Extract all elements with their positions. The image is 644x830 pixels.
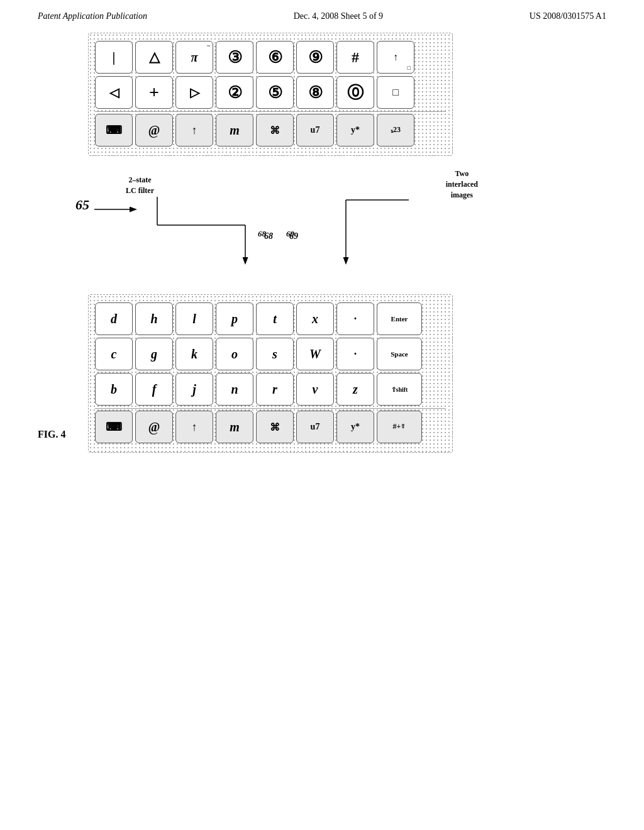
bottom-keyboard-bottom-row: ⌨ @ ↑ m ⌘ u7 y* #+⇧ — [95, 411, 446, 443]
top-keyboard-panel: | △ π ~ ③ ⑥ ⑨ # ↑ □ ◁ + ▷ ② ⑤ ⑧ ⓪ □ — [88, 33, 453, 156]
key-v[interactable]: v — [296, 373, 334, 406]
key-9-circle[interactable]: ⑨ — [296, 41, 334, 74]
key-yx-2[interactable]: y* — [336, 411, 374, 443]
key-t[interactable]: t — [256, 302, 294, 335]
key-plus[interactable]: + — [135, 76, 173, 109]
label-68: 68 — [264, 231, 273, 241]
annotation-area: 65 2–stateLC filter Twointerlacedimages … — [75, 162, 516, 294]
top-keyboard-row-1: | △ π ~ ③ ⑥ ⑨ # ↑ □ — [95, 41, 446, 74]
page-header: Patent Application Publication Dec. 4, 2… — [0, 0, 644, 26]
bottom-keyboard-row-2: c g k o s W · Space — [95, 338, 446, 370]
key-x[interactable]: x — [296, 302, 334, 335]
key-shift[interactable]: ⇧shift — [377, 373, 422, 406]
key-l[interactable]: l — [175, 302, 213, 335]
label-69: 69 — [289, 231, 298, 241]
key-r[interactable]: r — [256, 373, 294, 406]
key-triangle-right[interactable]: ▷ — [175, 76, 213, 109]
header-publication: Patent Application Publication — [38, 11, 147, 21]
key-o[interactable]: o — [216, 338, 253, 370]
key-arrow-up-1[interactable]: ↑ □ — [377, 41, 414, 74]
label-lc-filter: 2–stateLC filter — [126, 175, 154, 196]
key-g[interactable]: g — [135, 338, 173, 370]
keyboard-separator-bottom — [95, 408, 446, 409]
key-6-circle[interactable]: ⑥ — [256, 41, 294, 74]
key-yx-1[interactable]: y* — [336, 114, 374, 147]
key-enter[interactable]: Enter — [377, 302, 422, 335]
key-c[interactable]: c — [95, 338, 133, 370]
key-pipe[interactable]: | — [95, 41, 133, 74]
key-kbd-icon-2[interactable]: ⌨ — [95, 411, 133, 443]
key-n[interactable]: n — [216, 373, 253, 406]
key-hash[interactable]: # — [336, 41, 374, 74]
key-j[interactable]: j — [175, 373, 213, 406]
key-cmd-1[interactable]: ⌘ — [256, 114, 294, 147]
bottom-keyboard-row-1: d h l p t x · Enter — [95, 302, 446, 335]
label-interlaced: Twointerlacedimages — [446, 169, 478, 200]
key-arrow-2[interactable]: ↑ — [175, 114, 213, 147]
key-dot-2[interactable]: · — [336, 338, 374, 370]
main-content: | △ π ~ ③ ⑥ ⑨ # ↑ □ ◁ + ▷ ② ⑤ ⑧ ⓪ □ — [0, 26, 644, 459]
fig-label: FIG. 4 — [38, 429, 65, 440]
key-arrow-3[interactable]: ↑ — [175, 411, 213, 443]
keyboard-separator-top — [95, 111, 446, 112]
key-dot-1[interactable]: · — [336, 302, 374, 335]
key-8-circle[interactable]: ⑧ — [296, 76, 334, 109]
key-W[interactable]: W — [296, 338, 334, 370]
header-patent-number: US 2008/0301575 A1 — [530, 11, 606, 21]
key-d[interactable]: d — [95, 302, 133, 335]
top-keyboard-row-2: ◁ + ▷ ② ⑤ ⑧ ⓪ □ — [95, 76, 446, 109]
key-kbd-icon-1[interactable]: ⌨ — [95, 114, 133, 147]
key-triangle-left[interactable]: ◁ — [95, 76, 133, 109]
key-3-circle[interactable]: ③ — [216, 41, 253, 74]
key-u7-2[interactable]: u7 — [296, 411, 334, 443]
key-k[interactable]: k — [175, 338, 213, 370]
key-b[interactable]: b — [95, 373, 133, 406]
key-pi[interactable]: π ~ — [175, 41, 213, 74]
key-m-2[interactable]: m — [216, 411, 253, 443]
key-at-1[interactable]: @ — [135, 114, 173, 147]
key-triangle-up[interactable]: △ — [135, 41, 173, 74]
key-s[interactable]: s — [256, 338, 294, 370]
label-65: 65 — [75, 197, 89, 213]
key-cmd-2[interactable]: ⌘ — [256, 411, 294, 443]
key-square[interactable]: □ — [377, 76, 414, 109]
key-h[interactable]: h — [135, 302, 173, 335]
top-keyboard-bottom-row: ⌨ @ ↑ m ⌘ u7 y* ₁23 — [95, 114, 446, 147]
key-5-circle[interactable]: ⑤ — [256, 76, 294, 109]
key-f[interactable]: f — [135, 373, 173, 406]
bottom-keyboard-row-3: b f j n r v z ⇧shift — [95, 373, 446, 406]
header-date-sheet: Dec. 4, 2008 Sheet 5 of 9 — [294, 11, 383, 21]
key-z[interactable]: z — [336, 373, 374, 406]
key-u7-1[interactable]: u7 — [296, 114, 334, 147]
key-0-circle[interactable]: ⓪ — [336, 76, 374, 109]
key-123-2[interactable]: #+⇧ — [377, 411, 422, 443]
bottom-keyboard-panel: d h l p t x · Enter c g k o s W · Space … — [88, 294, 453, 453]
key-space[interactable]: Space — [377, 338, 422, 370]
key-p[interactable]: p — [216, 302, 253, 335]
key-m-1[interactable]: m — [216, 114, 253, 147]
key-2-circle[interactable]: ② — [216, 76, 253, 109]
key-123-1[interactable]: ₁23 — [377, 114, 414, 147]
key-at-2[interactable]: @ — [135, 411, 173, 443]
